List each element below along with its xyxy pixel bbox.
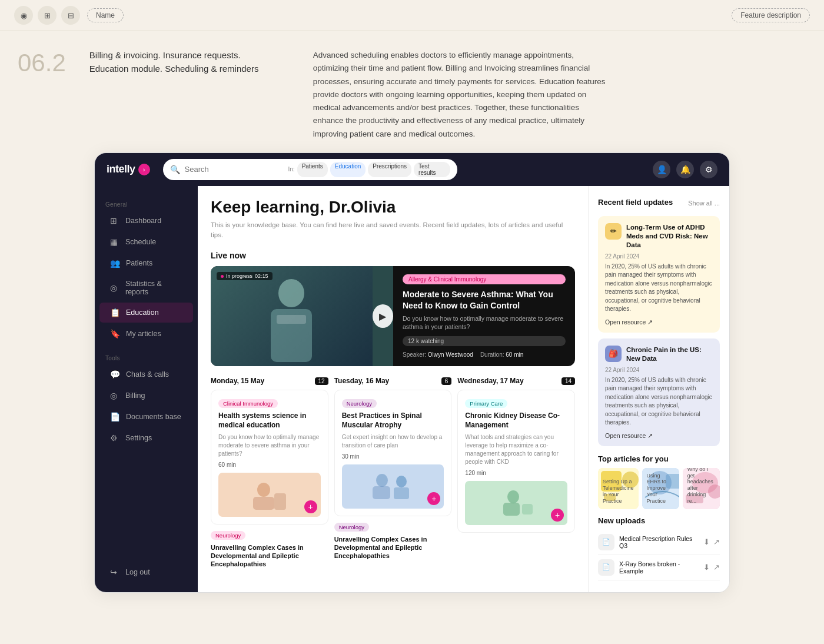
icon-btn-3[interactable]: ⊟ bbox=[61, 6, 80, 25]
sidebar-item-documents[interactable]: 📄 Documents base bbox=[99, 407, 193, 427]
download-icon-1[interactable]: ⬇ bbox=[703, 537, 710, 546]
center-content: Keep learning, Dr.Olivia This is your kn… bbox=[198, 186, 588, 592]
svg-rect-5 bbox=[274, 493, 286, 510]
schedule-card-mon[interactable]: Clinical Immunology Health systems scien… bbox=[211, 390, 328, 524]
update-card-1[interactable]: ✏ Long-Term Use of ADHD Meds and CVD Ris… bbox=[598, 216, 720, 333]
name-button[interactable]: Name bbox=[87, 8, 124, 22]
profile-icon[interactable]: 👤 bbox=[653, 161, 670, 178]
speaker-info: Speaker: Olwyn Westwood bbox=[403, 351, 473, 358]
schedule-card-tue[interactable]: Neurology Best Practices in Spinal Muscu… bbox=[334, 390, 452, 516]
section-header: 06.2 Billing & invoicing. Insurance requ… bbox=[0, 31, 824, 152]
duration-info: Duration: 60 min bbox=[480, 351, 523, 358]
add-btn-wed[interactable]: + bbox=[551, 509, 564, 522]
search-bar[interactable]: 🔍 In: Patients Education Prescriptions T… bbox=[163, 159, 457, 180]
update-card-2[interactable]: 🎒 Chronic Pain in the US: New Data 22 Ap… bbox=[598, 338, 720, 446]
open-resource-link-1[interactable]: Open resource ↗ bbox=[605, 318, 713, 326]
sidebar-item-patients[interactable]: 👥 Patients bbox=[99, 253, 193, 273]
sidebar-item-settings[interactable]: ⚙ Settings bbox=[99, 428, 193, 448]
new-uploads-title: New uploads bbox=[598, 516, 720, 525]
speaker-name: Olwyn Westwood bbox=[428, 351, 473, 358]
duration-value: 60 min bbox=[506, 351, 523, 358]
svg-rect-11 bbox=[503, 503, 520, 516]
search-icon: 🔍 bbox=[170, 165, 180, 174]
section-title: Billing & invoicing. Insurance requests.… bbox=[89, 49, 266, 75]
upload-name-2: X-Ray Bones broken - Example bbox=[619, 560, 699, 575]
share-icon-1[interactable]: ↗ bbox=[713, 537, 720, 546]
sidebar-item-statistics[interactable]: ◎ Statistics & reports bbox=[99, 274, 193, 301]
share-icon-2[interactable]: ↗ bbox=[713, 563, 720, 572]
sidebar-item-dashboard[interactable]: ⊞ Dashboard bbox=[99, 211, 193, 231]
mockup-wrapper: intelly › 🔍 In: Patients Education Presc… bbox=[0, 152, 824, 610]
sidebar-item-schedule[interactable]: ▦ Schedule bbox=[99, 232, 193, 252]
svg-rect-7 bbox=[373, 486, 390, 499]
update-date-2: 22 April 2024 bbox=[605, 367, 713, 373]
main-content-area: Keep learning, Dr.Olivia This is your kn… bbox=[198, 186, 729, 592]
schedule-header-tue: Tuesday, 16 May 6 bbox=[334, 377, 452, 385]
sched-tag-mon2: Neurology bbox=[211, 531, 245, 540]
live-badge: In progress 02:15 bbox=[217, 272, 273, 280]
sidebar-label-education: Education bbox=[126, 308, 159, 317]
settings-icon[interactable]: ⚙ bbox=[700, 161, 717, 178]
settings-sidebar-icon: ⚙ bbox=[110, 433, 119, 443]
sidebar-label-my-articles: My articles bbox=[126, 330, 161, 338]
feature-description-button[interactable]: Feature description bbox=[732, 8, 810, 22]
schedule-card-wed[interactable]: Primary Care Chronic Kidney Disease Co-M… bbox=[457, 390, 575, 532]
sched-title-tue2: Unravelling Complex Cases in Development… bbox=[334, 535, 452, 560]
download-icon-2[interactable]: ⬇ bbox=[703, 563, 710, 572]
tag-test-results[interactable]: Test results bbox=[414, 162, 450, 177]
top-articles-grid: Setting Up a Telemedicine in Your Practi… bbox=[598, 468, 720, 509]
schedule-count-tue: 6 bbox=[441, 377, 452, 385]
open-resource-link-2[interactable]: Open resource ↗ bbox=[605, 432, 713, 439]
search-input[interactable] bbox=[185, 165, 284, 174]
sidebar-tools-label: Tools bbox=[95, 349, 198, 364]
sidebar-item-my-articles[interactable]: 🔖 My articles bbox=[99, 324, 193, 344]
tag-education[interactable]: Education bbox=[330, 162, 366, 177]
upload-icon-1: 📄 bbox=[598, 534, 614, 550]
sidebar-item-education[interactable]: 📋 Education bbox=[99, 303, 193, 323]
topbar-actions: 👤 🔔 ⚙ bbox=[653, 161, 717, 178]
show-all-link[interactable]: Show all ... bbox=[688, 200, 720, 207]
section-number: 06.2 bbox=[18, 49, 66, 141]
icon-btn-2[interactable]: ⊞ bbox=[38, 6, 57, 25]
add-btn-mon[interactable]: + bbox=[304, 500, 317, 513]
sched-title-wed: Chronic Kidney Disease Co-Management bbox=[465, 411, 567, 430]
live-card[interactable]: In progress 02:15 ▶ Allergy & Clinical I… bbox=[211, 266, 575, 366]
update-card-1-header: ✏ Long-Term Use of ADHD Meds and CVD Ris… bbox=[605, 223, 713, 250]
add-btn-tue[interactable]: + bbox=[427, 492, 440, 505]
svg-point-0 bbox=[278, 279, 304, 307]
icon-btn-1[interactable]: ◉ bbox=[14, 6, 33, 25]
education-icon: 📋 bbox=[110, 308, 120, 317]
upload-actions-1: ⬇ ↗ bbox=[703, 537, 720, 546]
sched-title-mon2: Unravelling Complex Cases in Development… bbox=[211, 543, 328, 569]
sidebar-label-settings: Settings bbox=[125, 434, 152, 442]
update-date-1: 22 April 2024 bbox=[605, 253, 713, 260]
sched-duration-mon: 60 min bbox=[218, 462, 321, 468]
sched-tag-mon: Clinical Immunology bbox=[218, 399, 278, 408]
schedule-count-mon: 12 bbox=[315, 377, 328, 385]
update-title-2: Chronic Pain in the US: New Data bbox=[626, 346, 713, 363]
article-thumb-2[interactable]: Using EHRs to Improve Your Practice bbox=[642, 468, 679, 509]
sidebar-item-chats[interactable]: 💬 Chats & calls bbox=[99, 364, 193, 384]
search-tags: Patients Education Prescriptions Test re… bbox=[297, 162, 450, 177]
sched-duration-tue: 30 min bbox=[342, 453, 444, 460]
article-thumb-1[interactable]: Setting Up a Telemedicine in Your Practi… bbox=[598, 468, 639, 509]
sidebar-item-billing[interactable]: ◎ Billing bbox=[99, 386, 193, 406]
schedule-count-wed: 14 bbox=[561, 377, 575, 385]
sidebar-item-logout[interactable]: ↪ Log out bbox=[99, 562, 193, 582]
logout-icon: ↪ bbox=[110, 567, 119, 577]
top-bar: ◉ ⊞ ⊟ Name Feature description bbox=[0, 0, 824, 31]
search-in-label: In: bbox=[288, 166, 295, 172]
live-meta: Speaker: Olwyn Westwood Duration: 60 min bbox=[403, 351, 566, 358]
tag-prescriptions[interactable]: Prescriptions bbox=[368, 162, 411, 177]
sched-img-wed: + bbox=[465, 481, 567, 525]
notification-icon[interactable]: 🔔 bbox=[676, 161, 694, 178]
upload-actions-2: ⬇ ↗ bbox=[703, 563, 720, 572]
doctor-image bbox=[211, 266, 373, 366]
sidebar-label-logout: Log out bbox=[125, 568, 150, 576]
schedule-icon: ▦ bbox=[110, 237, 119, 247]
play-button[interactable]: ▶ bbox=[373, 304, 393, 328]
right-panel: Recent field updates Show all ... ✏ Long… bbox=[588, 186, 729, 592]
sidebar-label-schedule: Schedule bbox=[125, 238, 156, 246]
article-thumb-3[interactable]: Why do I get headaches after drinking re… bbox=[683, 468, 720, 509]
tag-patients[interactable]: Patients bbox=[297, 162, 328, 177]
